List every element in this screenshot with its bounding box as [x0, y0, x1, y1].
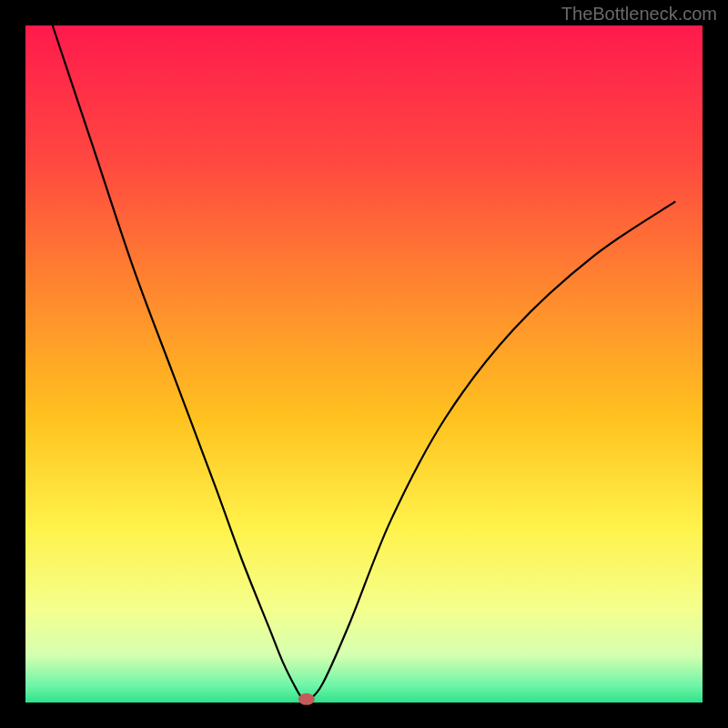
minimum-marker	[298, 693, 315, 705]
plot-background	[25, 25, 703, 703]
chart-stage: TheBottleneck.com	[0, 0, 728, 728]
watermark-text: TheBottleneck.com	[561, 4, 717, 25]
chart-svg	[0, 0, 728, 728]
